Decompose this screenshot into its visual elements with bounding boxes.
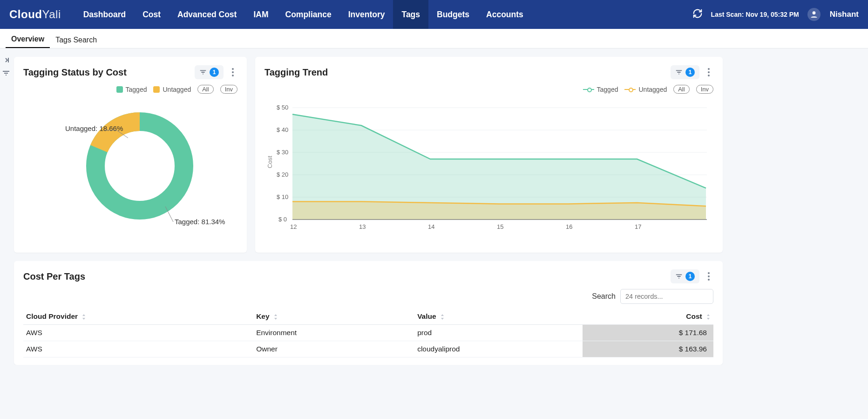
- search-input[interactable]: [620, 289, 713, 304]
- sort-icon: [440, 314, 445, 320]
- table-row[interactable]: AWS Owner cloudyaliprod $ 163.96: [23, 341, 713, 357]
- legend-untagged[interactable]: Untagged: [624, 86, 667, 93]
- col-cost[interactable]: Cost: [583, 309, 713, 325]
- trend-legend: Tagged Untagged All Inv: [264, 85, 713, 94]
- nav-dashboard[interactable]: Dashboard: [75, 0, 134, 29]
- card-cost-per-tags-filter-button[interactable]: 1: [671, 269, 699, 283]
- card-cost-per-tags-title: Cost Per Tags: [23, 271, 85, 282]
- col-key[interactable]: Key: [253, 309, 414, 325]
- filter-badge: 1: [685, 272, 695, 281]
- card-tagging-status: Tagging Status by Cost 1 Tagged Untagged…: [14, 57, 247, 253]
- nav-compliance[interactable]: Compliance: [277, 0, 340, 29]
- svg-text:13: 13: [359, 223, 366, 230]
- filter-icon: [675, 273, 683, 280]
- nav-iam[interactable]: IAM: [245, 0, 277, 29]
- last-scan-text: Last Scan: Nov 19, 05:32 PM: [711, 11, 799, 18]
- svg-text:15: 15: [497, 223, 503, 230]
- card-cost-per-tags: Cost Per Tags 1 Search Cloud Provider Ke…: [14, 261, 723, 365]
- subtab-tags-search[interactable]: Tags Search: [50, 31, 102, 48]
- legend-untagged[interactable]: Untagged: [153, 86, 191, 93]
- col-value[interactable]: Value: [414, 309, 583, 325]
- swatch-untagged: [153, 86, 160, 93]
- svg-text:$ 0: $ 0: [278, 216, 287, 223]
- card-cost-per-tags-more-icon[interactable]: [704, 272, 713, 281]
- subtab-overview[interactable]: Overview: [6, 30, 50, 48]
- user-avatar-icon[interactable]: [807, 8, 821, 21]
- card-tagging-trend-more-icon[interactable]: [704, 68, 713, 77]
- top-header: CloudYali Dashboard Cost Advanced Cost I…: [0, 0, 868, 29]
- nav-cost[interactable]: Cost: [134, 0, 169, 29]
- header-right: Last Scan: Nov 19, 05:32 PM Nishant: [692, 8, 859, 21]
- svg-text:$ 10: $ 10: [277, 193, 288, 200]
- nav-accounts[interactable]: Accounts: [478, 0, 532, 29]
- card-tagging-trend: Tagging Trend 1 Tagged Untagged All Inv …: [255, 57, 723, 253]
- filter-icon: [675, 69, 683, 76]
- legend-tagged[interactable]: Tagged: [116, 86, 147, 93]
- svg-text:12: 12: [290, 223, 297, 230]
- col-provider[interactable]: Cloud Provider: [23, 309, 253, 325]
- legend-all-pill[interactable]: All: [673, 85, 689, 94]
- sort-icon: [81, 314, 86, 320]
- svg-text:17: 17: [635, 223, 641, 230]
- line-swatch-tagged: [583, 87, 594, 92]
- svg-text:14: 14: [428, 223, 434, 230]
- app-logo[interactable]: CloudYali: [9, 8, 61, 21]
- card-tagging-trend-filter-button[interactable]: 1: [671, 65, 699, 79]
- donut-chart: Untagged: 18.66% Tagged: 81.34%: [23, 98, 237, 238]
- refresh-icon[interactable]: [692, 8, 703, 21]
- legend-inv-pill[interactable]: Inv: [220, 85, 237, 94]
- donut-label-untagged: Untagged: 18.66%: [65, 124, 123, 132]
- svg-text:$ 30: $ 30: [277, 149, 288, 156]
- svg-text:$ 50: $ 50: [277, 104, 288, 111]
- card-tagging-status-title: Tagging Status by Cost: [23, 67, 127, 78]
- side-controls: [2, 57, 10, 78]
- filter-panel-icon[interactable]: [2, 70, 10, 78]
- filter-badge: 1: [685, 68, 695, 77]
- card-tagging-status-more-icon[interactable]: [228, 68, 237, 77]
- svg-text:$ 20: $ 20: [277, 171, 288, 178]
- nav-budgets[interactable]: Budgets: [428, 0, 478, 29]
- logo-light: Yali: [42, 8, 61, 21]
- nav-inventory[interactable]: Inventory: [340, 0, 393, 29]
- svg-point-0: [812, 11, 815, 14]
- card-tagging-status-filter-button[interactable]: 1: [195, 65, 224, 79]
- sort-icon: [273, 314, 278, 320]
- table-search-row: Search: [23, 289, 713, 304]
- subtabs: Overview Tags Search: [0, 29, 868, 48]
- trend-chart: Cost $ 0 $ 10 $ 20 $ 30 $ 40 $ 50 12 13 …: [264, 98, 713, 238]
- filter-icon: [199, 69, 207, 76]
- main-nav: Dashboard Cost Advanced Cost IAM Complia…: [75, 0, 532, 29]
- legend-all-pill[interactable]: All: [197, 85, 213, 94]
- nav-tags[interactable]: Tags: [393, 0, 428, 29]
- svg-text:$ 40: $ 40: [277, 126, 288, 133]
- page-body: Tagging Status by Cost 1 Tagged Untagged…: [0, 48, 868, 365]
- swatch-tagged: [116, 86, 123, 93]
- y-axis-label: Cost: [266, 156, 273, 168]
- user-name[interactable]: Nishant: [830, 10, 859, 19]
- search-label: Search: [592, 292, 616, 301]
- donut-legend: Tagged Untagged All Inv: [23, 85, 237, 94]
- collapse-panel-icon[interactable]: [2, 57, 10, 65]
- nav-advanced-cost[interactable]: Advanced Cost: [169, 0, 245, 29]
- logo-bold: Cloud: [9, 8, 42, 21]
- card-tagging-trend-title: Tagging Trend: [264, 67, 328, 78]
- filter-badge: 1: [210, 68, 219, 77]
- svg-text:16: 16: [566, 223, 572, 230]
- sort-icon: [706, 314, 711, 320]
- legend-inv-pill[interactable]: Inv: [696, 85, 713, 94]
- cost-per-tags-table: Cloud Provider Key Value Cost AWS Enviro…: [23, 309, 713, 357]
- line-swatch-untagged: [624, 87, 636, 92]
- legend-tagged[interactable]: Tagged: [583, 86, 618, 93]
- table-row[interactable]: AWS Environment prod $ 171.68: [23, 325, 713, 341]
- donut-label-tagged: Tagged: 81.34%: [175, 218, 225, 226]
